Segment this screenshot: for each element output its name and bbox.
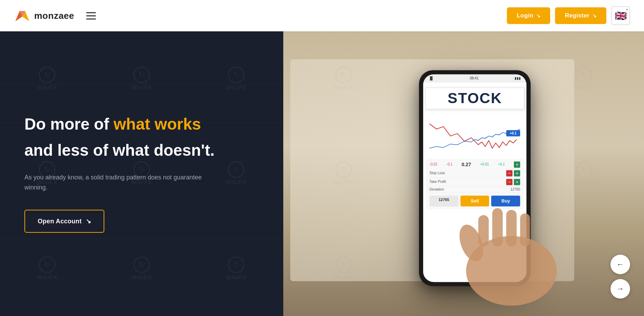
hand-svg [450,173,572,306]
register-arrow-icon: ↘ [592,13,597,18]
lang-dropdown-arrow-icon: ▾ [626,8,628,11]
watermark-cell: ↻ WikiFX [189,31,283,126]
heading-highlight: what works [114,115,201,133]
price-change-neg2: -0.1 [447,162,452,166]
svg-rect-11 [506,210,517,246]
phone-time: 08:41 [470,76,479,80]
watermark-cell: ↻ WikiFX [189,221,283,316]
hero-subheading: and less of what doesn't. [24,141,262,160]
wikifx-text: WikiFX [226,179,246,186]
prev-arrow-icon: ← [616,260,624,269]
watermark-cell: ↻ WikiFX [0,221,95,316]
svg-rect-9 [478,215,489,246]
phone-battery: ▮▮▮ [515,76,521,80]
price-change-pos2: +0.1 [498,162,505,166]
open-account-button[interactable]: Open Account ↘ [24,210,104,233]
hero-right: ↻ WikiFX ↻ WikiFX ↻ WikiFX ↻ WikiFX ↻ Wi… [283,31,644,316]
watermark-cell: ↻ WikiFX [95,31,189,126]
wikifx-icon: ↻ [133,256,150,273]
hamburger-menu[interactable] [84,10,98,22]
phone-signal: ▐▌ [429,76,434,80]
price-main: 0.27 [462,162,471,167]
wikifx-icon: ↻ [133,67,150,83]
language-selector[interactable]: 🇬🇧 ▾ [611,6,630,25]
hero-heading: Do more of what works [24,115,262,134]
navbar-right: Login ↘ Register ↘ 🇬🇧 ▾ [507,6,630,25]
wikifx-text: WikiFX [37,85,58,91]
phone-status-bar: ▐▌ 08:41 ▮▮▮ [423,74,526,83]
logo[interactable]: monzaee [14,9,74,23]
open-account-arrow-icon: ↘ [86,217,91,225]
svg-text:+0.1: +0.1 [510,131,517,135]
navbar: monzaee Login ↘ Register ↘ 🇬🇧 ▾ [0,0,644,31]
svg-rect-12 [520,213,530,246]
hand-overlay [450,173,572,307]
wikifx-text: WikiFX [226,85,246,91]
phone-container: ▐▌ 08:41 ▮▮▮ STOCK [419,70,531,286]
wikifx-text: WikiFX [226,275,246,281]
flag-icon: 🇬🇧 [615,10,627,22]
stock-label-text: STOCK [448,90,502,106]
login-arrow-icon: ↘ [536,13,540,18]
svg-rect-10 [492,208,503,246]
logo-icon [14,9,31,23]
price-change-neg1: -0.01 [429,162,437,166]
hamburger-line-2 [86,15,96,16]
wikifx-icon: ↻ [39,256,55,273]
wikifx-text: WikiFX [132,275,152,281]
wikifx-text: WikiFX [132,85,152,91]
register-button[interactable]: Register ↘ [555,7,606,24]
prev-slide-button[interactable]: ← [611,255,630,274]
register-label: Register [565,12,589,19]
hero-section: ↻ WikiFX ↻ WikiFX ↻ WikiFX ↻ WikiFX ↻ Wi… [0,0,644,316]
price-plus-button[interactable]: + [514,161,520,168]
wikifx-icon: ↻ [228,161,245,178]
stock-chart: +0.1 [426,117,524,159]
hamburger-line-1 [86,12,96,13]
open-account-label: Open Account [38,218,82,225]
next-arrow-icon: → [616,284,624,293]
next-slide-button[interactable]: → [611,279,630,299]
heading-prefix: Do more of [24,115,114,133]
stock-label-box: STOCK [425,87,524,109]
hamburger-line-3 [86,18,96,20]
price-change-pos1: +0.01 [480,162,489,166]
hero-description: As you already know, a solid trading pat… [24,172,206,193]
watermark-cell: ↻ WikiFX [95,221,189,316]
wikifx-text: WikiFX [37,275,58,281]
hero-left: ↻ WikiFX ↻ WikiFX ↻ WikiFX ↻ WikiFX ↻ Wi… [0,31,283,316]
price-row: -0.01 -0.1 0.27 +0.01 +0.1 + [429,161,520,168]
wikifx-icon: ↻ [228,256,245,273]
wikifx-icon: ↻ [39,67,55,83]
login-button[interactable]: Login ↘ [507,7,550,24]
watermark-cell: ↻ WikiFX [0,31,95,126]
stock-header: STOCK [423,83,526,114]
logo-text: monzaee [34,10,74,21]
wikifx-icon: ↻ [228,67,245,83]
navbar-left: monzaee [14,9,98,23]
login-label: Login [517,12,533,19]
